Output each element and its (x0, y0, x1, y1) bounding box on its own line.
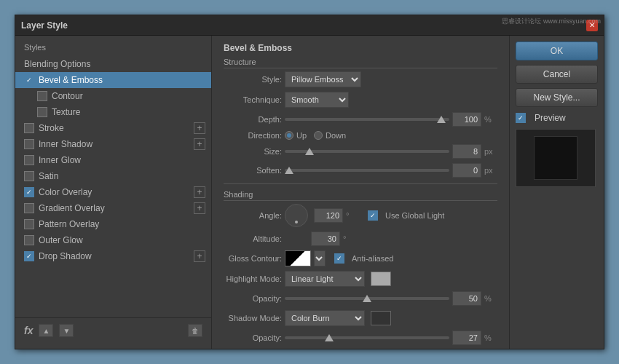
stroke-checkbox[interactable] (24, 123, 34, 133)
altitude-input[interactable] (311, 232, 340, 246)
direction-down-label[interactable]: Down (314, 131, 346, 140)
depth-input[interactable] (452, 112, 481, 127)
dialog-body: Styles Blending Options Bevel & Emboss C… (15, 36, 604, 349)
size-slider[interactable] (285, 146, 449, 157)
soften-input[interactable] (452, 163, 481, 178)
preview-inner (534, 136, 577, 180)
gloss-contour-select[interactable]: ▾ (314, 250, 326, 266)
direction-up-radio[interactable] (285, 131, 293, 140)
direction-up-text: Up (296, 131, 307, 140)
highlight-color-swatch[interactable] (371, 272, 391, 286)
technique-label: Technique: (224, 95, 282, 104)
outer-glow-checkbox[interactable] (24, 235, 34, 245)
preview-checkbox[interactable] (516, 113, 526, 123)
drop-shadow-plus-button[interactable]: + (194, 250, 205, 262)
satin-checkbox[interactable] (24, 171, 34, 181)
gloss-contour-preview[interactable] (285, 250, 311, 266)
depth-unit: % (484, 115, 497, 124)
size-thumb[interactable] (305, 148, 314, 155)
contour-label: Contour (52, 91, 83, 101)
sidebar-item-texture[interactable]: Texture (15, 104, 211, 120)
bevel-emboss-title: Bevel & Emboss (224, 43, 497, 53)
middle-panel: Bevel & Emboss Structure Style: Pillow E… (212, 36, 509, 349)
sidebar-item-satin[interactable]: Satin (15, 168, 211, 184)
use-global-light-checkbox[interactable] (368, 210, 378, 221)
angle-dot (295, 221, 298, 223)
sidebar-item-inner-glow[interactable]: Inner Glow (15, 152, 211, 168)
direction-down-radio[interactable] (314, 131, 323, 140)
sidebar-item-contour[interactable]: Contour (15, 88, 211, 104)
sidebar-item-color-overlay[interactable]: Color Overlay + (15, 184, 211, 200)
sidebar-item-drop-shadow[interactable]: Drop Shadow + (15, 248, 211, 264)
shadow-opacity-thumb[interactable] (325, 334, 334, 341)
sidebar-item-pattern-overlay[interactable]: Pattern Overlay (15, 216, 211, 232)
stroke-label: Stroke (39, 123, 64, 133)
shadow-opacity-slider[interactable] (285, 332, 449, 344)
texture-checkbox[interactable] (37, 107, 47, 117)
color-overlay-plus-button[interactable]: + (194, 186, 205, 198)
down-button[interactable]: ▼ (59, 324, 74, 337)
up-button[interactable]: ▲ (39, 324, 53, 337)
depth-thumb[interactable] (437, 116, 446, 123)
sidebar-item-outer-glow[interactable]: Outer Glow (15, 232, 211, 248)
use-global-light-row: Use Global Light (368, 210, 444, 221)
gradient-overlay-checkbox[interactable] (24, 203, 34, 213)
direction-up-label[interactable]: Up (285, 131, 307, 140)
depth-row: Depth: % (224, 112, 497, 127)
drop-shadow-checkbox[interactable] (24, 251, 34, 261)
pattern-overlay-label: Pattern Overlay (39, 219, 99, 229)
technique-select[interactable]: Smooth Chisel Hard Chisel Soft (285, 92, 349, 108)
sidebar-item-inner-shadow[interactable]: Inner Shadow + (15, 136, 211, 152)
inner-shadow-label: Inner Shadow (39, 139, 92, 149)
sidebar-item-stroke[interactable]: Stroke + (15, 120, 211, 136)
highlight-mode-select[interactable]: Linear Light Normal Screen (285, 271, 365, 287)
gradient-overlay-plus-button[interactable]: + (194, 202, 205, 214)
preview-row: Preview (516, 111, 598, 124)
ok-button[interactable]: OK (516, 41, 598, 60)
soften-slider[interactable] (285, 165, 449, 176)
shadow-mode-select[interactable]: Color Burn Normal Multiply (285, 310, 365, 326)
sidebar-item-bevel-emboss[interactable]: Bevel & Emboss (15, 72, 211, 88)
shadow-opacity-track (285, 336, 449, 339)
inner-shadow-plus-button[interactable]: + (194, 138, 205, 150)
inner-glow-checkbox[interactable] (24, 155, 34, 165)
stroke-plus-button[interactable]: + (194, 122, 205, 134)
shadow-mode-label: Shadow Mode: (224, 314, 282, 323)
new-style-button[interactable]: New Style... (516, 88, 598, 107)
shadow-color-swatch[interactable] (371, 311, 391, 325)
shadow-opacity-row: Opacity: % (224, 331, 497, 345)
depth-slider[interactable] (285, 114, 449, 125)
sidebar-item-blending-options[interactable]: Blending Options (15, 56, 211, 72)
style-row: Style: Pillow Emboss Inner Bevel Outer B… (224, 71, 497, 87)
bevel-emboss-checkbox[interactable] (24, 75, 34, 85)
sidebar-item-gradient-overlay[interactable]: Gradient Overlay + (15, 200, 211, 216)
contour-checkbox[interactable] (37, 91, 47, 101)
depth-track (285, 118, 449, 121)
divider-1 (224, 183, 497, 184)
anti-aliased-checkbox[interactable] (334, 253, 344, 264)
blending-options-label: Blending Options (24, 59, 90, 69)
cancel-button[interactable]: Cancel (516, 65, 598, 84)
shading-label: Shading (224, 190, 497, 201)
delete-button[interactable]: 🗑 (188, 324, 202, 337)
shadow-opacity-input[interactable] (452, 331, 481, 345)
size-input[interactable] (452, 144, 481, 159)
soften-thumb[interactable] (285, 167, 293, 174)
highlight-opacity-slider[interactable] (285, 293, 449, 304)
texture-label: Texture (52, 107, 80, 117)
angle-row: Angle: ° Use Global Light (224, 204, 497, 227)
pattern-overlay-checkbox[interactable] (24, 219, 34, 229)
structure-label: Structure (224, 58, 497, 68)
angle-input[interactable] (314, 208, 343, 223)
inner-shadow-checkbox[interactable] (24, 139, 34, 149)
highlight-opacity-thumb[interactable] (363, 295, 371, 302)
angle-widget[interactable] (285, 204, 308, 227)
right-panel: OK Cancel New Style... Preview (509, 36, 604, 349)
shadow-opacity-label: Opacity: (224, 333, 282, 342)
highlight-mode-row: Highlight Mode: Linear Light Normal Scre… (224, 271, 497, 287)
color-overlay-checkbox[interactable] (24, 187, 34, 197)
size-label: Size: (224, 147, 282, 156)
style-select[interactable]: Pillow Emboss Inner Bevel Outer Bevel Em… (285, 71, 361, 87)
anti-aliased-row: Anti-aliased (334, 253, 393, 264)
highlight-opacity-input[interactable] (452, 291, 481, 306)
